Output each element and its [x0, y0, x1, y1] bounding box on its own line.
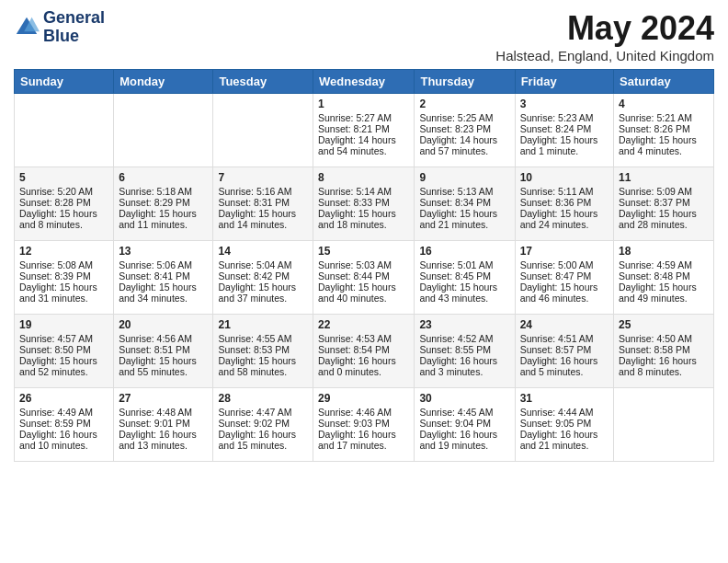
day-info: Daylight: 16 hours [419, 429, 509, 440]
logo: General Blue [14, 9, 105, 46]
day-info: Sunrise: 4:49 AM [19, 407, 108, 418]
day-info: Daylight: 16 hours [419, 355, 509, 366]
day-info: Sunset: 8:47 PM [520, 270, 609, 282]
calendar-cell: 3Sunrise: 5:23 AMSunset: 8:24 PMDaylight… [515, 94, 613, 167]
day-number: 23 [419, 318, 509, 331]
day-info: Sunrise: 5:23 AM [520, 112, 609, 123]
day-number: 6 [119, 171, 208, 184]
day-info: Sunset: 9:03 PM [318, 418, 409, 429]
day-info: Sunrise: 5:09 AM [619, 186, 709, 197]
day-number: 18 [619, 245, 709, 258]
calendar-cell: 20Sunrise: 4:56 AMSunset: 8:51 PMDayligh… [114, 315, 213, 388]
day-info: and 21 minutes. [520, 440, 609, 451]
weekday-header-saturday: Saturday [614, 70, 714, 94]
day-info: Sunset: 8:48 PM [619, 270, 709, 282]
day-info: Daylight: 15 hours [218, 208, 308, 219]
calendar-cell: 18Sunrise: 4:59 AMSunset: 8:48 PMDayligh… [614, 241, 714, 315]
day-info: Sunrise: 4:56 AM [119, 333, 208, 344]
day-number: 4 [619, 98, 709, 110]
day-info: and 40 minutes. [318, 293, 409, 304]
day-info: Sunset: 8:45 PM [419, 270, 509, 282]
day-info: and 49 minutes. [619, 293, 709, 304]
calendar-week-1: 1Sunrise: 5:27 AMSunset: 8:21 PMDaylight… [15, 94, 714, 167]
day-info: and 54 minutes. [318, 145, 409, 156]
day-info: Sunset: 8:41 PM [119, 270, 208, 282]
day-number: 21 [218, 318, 308, 331]
day-info: Sunset: 9:04 PM [419, 418, 509, 429]
day-info: Daylight: 15 hours [218, 355, 308, 366]
day-number: 22 [318, 318, 409, 331]
day-info: Sunrise: 4:52 AM [419, 333, 509, 344]
weekday-header-monday: Monday [114, 70, 213, 94]
day-info: Sunrise: 4:55 AM [218, 333, 308, 344]
title-block: May 2024 Halstead, England, United Kingd… [495, 9, 714, 63]
day-number: 15 [318, 245, 409, 258]
day-number: 10 [520, 171, 609, 184]
calendar-cell: 10Sunrise: 5:11 AMSunset: 8:36 PMDayligh… [515, 167, 613, 241]
logo-line1: General [43, 9, 105, 28]
day-info: Sunrise: 5:06 AM [119, 259, 208, 270]
day-info: and 46 minutes. [520, 293, 609, 304]
day-info: and 58 minutes. [218, 366, 308, 377]
day-info: Sunrise: 4:47 AM [218, 407, 308, 418]
day-info: and 3 minutes. [419, 366, 509, 377]
day-info: Sunset: 8:37 PM [619, 197, 709, 208]
day-info: Sunset: 8:28 PM [19, 197, 108, 208]
day-info: Sunrise: 5:03 AM [318, 259, 409, 270]
day-info: Sunrise: 5:11 AM [520, 186, 609, 197]
calendar-week-2: 5Sunrise: 5:20 AMSunset: 8:28 PMDaylight… [15, 167, 714, 241]
day-info: and 18 minutes. [318, 219, 409, 230]
calendar-cell: 13Sunrise: 5:06 AMSunset: 8:41 PMDayligh… [114, 241, 213, 315]
calendar-cell: 28Sunrise: 4:47 AMSunset: 9:02 PMDayligh… [213, 388, 313, 462]
calendar-cell: 12Sunrise: 5:08 AMSunset: 8:39 PMDayligh… [15, 241, 114, 315]
day-info: Sunrise: 4:44 AM [520, 407, 609, 418]
day-info: and 52 minutes. [19, 366, 108, 377]
day-number: 26 [19, 392, 108, 405]
day-info: Sunset: 8:23 PM [419, 123, 509, 134]
weekday-header-sunday: Sunday [15, 70, 114, 94]
day-info: Sunset: 8:58 PM [619, 344, 709, 355]
calendar-cell: 21Sunrise: 4:55 AMSunset: 8:53 PMDayligh… [213, 315, 313, 388]
day-info: Daylight: 15 hours [619, 282, 709, 293]
day-info: Daylight: 16 hours [520, 429, 609, 440]
calendar-cell: 27Sunrise: 4:48 AMSunset: 9:01 PMDayligh… [114, 388, 213, 462]
day-info: and 11 minutes. [119, 219, 208, 230]
calendar-cell [614, 388, 714, 462]
day-info: and 4 minutes. [619, 145, 709, 156]
day-info: Daylight: 16 hours [218, 429, 308, 440]
day-number: 28 [218, 392, 308, 405]
day-info: Sunset: 8:51 PM [119, 344, 208, 355]
day-info: Sunset: 8:57 PM [520, 344, 609, 355]
calendar-cell: 30Sunrise: 4:45 AMSunset: 9:04 PMDayligh… [415, 388, 515, 462]
day-info: Sunrise: 5:16 AM [218, 186, 308, 197]
day-info: Sunset: 8:42 PM [218, 270, 308, 282]
calendar-cell: 16Sunrise: 5:01 AMSunset: 8:45 PMDayligh… [415, 241, 515, 315]
day-info: Sunset: 8:39 PM [19, 270, 108, 282]
day-info: Sunset: 8:55 PM [419, 344, 509, 355]
day-info: Daylight: 15 hours [119, 282, 208, 293]
calendar-week-3: 12Sunrise: 5:08 AMSunset: 8:39 PMDayligh… [15, 241, 714, 315]
day-number: 27 [119, 392, 208, 405]
day-info: Sunrise: 5:18 AM [119, 186, 208, 197]
day-info: Sunrise: 5:00 AM [520, 259, 609, 270]
day-info: and 15 minutes. [218, 440, 308, 451]
day-info: Daylight: 15 hours [218, 282, 308, 293]
day-number: 16 [419, 245, 509, 258]
calendar-week-5: 26Sunrise: 4:49 AMSunset: 8:59 PMDayligh… [15, 388, 714, 462]
day-info: Sunrise: 4:50 AM [619, 333, 709, 344]
day-number: 20 [119, 318, 208, 331]
calendar-cell: 15Sunrise: 5:03 AMSunset: 8:44 PMDayligh… [313, 241, 415, 315]
day-number: 13 [119, 245, 208, 258]
calendar-cell: 5Sunrise: 5:20 AMSunset: 8:28 PMDaylight… [15, 167, 114, 241]
day-info: Sunrise: 4:59 AM [619, 259, 709, 270]
day-info: Sunrise: 5:21 AM [619, 112, 709, 123]
day-number: 12 [19, 245, 108, 258]
day-info: and 14 minutes. [218, 219, 308, 230]
day-info: Daylight: 16 hours [318, 429, 409, 440]
day-info: Daylight: 15 hours [19, 208, 108, 219]
day-info: Sunrise: 4:48 AM [119, 407, 208, 418]
calendar-cell: 2Sunrise: 5:25 AMSunset: 8:23 PMDaylight… [415, 94, 515, 167]
day-info: Sunrise: 5:13 AM [419, 186, 509, 197]
weekday-header-thursday: Thursday [415, 70, 515, 94]
day-info: Daylight: 15 hours [119, 355, 208, 366]
